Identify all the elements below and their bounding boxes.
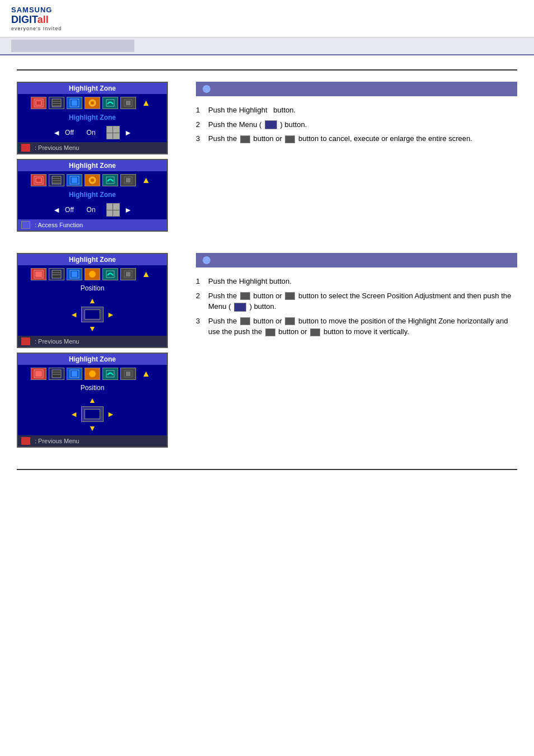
osd-pos1-icon-4 xyxy=(85,268,100,280)
section-1-left: Highlight Zone xyxy=(17,82,179,236)
osd1-icon-2 xyxy=(49,97,64,109)
osd-pos2-icon-5 xyxy=(102,368,118,380)
pos2-down-row: ▼ xyxy=(88,424,96,433)
svg-rect-47 xyxy=(106,370,114,377)
pos1-left-arrow: ◄ xyxy=(70,310,78,319)
osd-pos1-icon-2 xyxy=(49,268,64,280)
osd1-title: Highlight Zone xyxy=(18,83,167,94)
menu-icon-2 xyxy=(234,303,246,312)
pos2-down-arrow: ▼ xyxy=(88,424,96,433)
header: SAMSUNG DIGITall everyone's Invited xyxy=(0,0,534,37)
brand-all: all xyxy=(38,14,49,25)
pos1-up-row: ▲ xyxy=(88,296,96,305)
svg-point-10 xyxy=(91,101,94,105)
btn-icon-6 xyxy=(285,317,295,325)
osd1-icon-3 xyxy=(67,97,82,109)
osd1-right-arrow: ► xyxy=(124,128,132,137)
osd-pos1-sub: Position xyxy=(18,283,167,293)
btn-icon-1 xyxy=(240,135,250,143)
logo: SAMSUNG DIGITall everyone's Invited xyxy=(11,6,523,31)
osd-pos2-icon-3 xyxy=(67,368,82,380)
svg-rect-38 xyxy=(126,272,130,276)
svg-point-24 xyxy=(91,179,94,182)
osd-pos1-icon-6 xyxy=(120,268,136,280)
section-2: Highlight Zone xyxy=(17,253,517,452)
osd1-icon-7: ▲ xyxy=(138,97,154,109)
btn-icon-7 xyxy=(265,328,275,336)
osd2-bottom-icon xyxy=(21,221,30,229)
osd-pos1-icons: ▲ xyxy=(18,265,167,283)
osd-pos-menu-2: Highlight Zone xyxy=(17,353,168,448)
svg-rect-13 xyxy=(126,101,130,105)
pos2-center-box xyxy=(81,406,104,422)
section-1: Highlight Zone xyxy=(17,82,517,236)
footer xyxy=(17,469,517,480)
osd1-left-arrow: ◄ xyxy=(53,128,60,137)
osd-pos1-bottom-label: : Previous Menu xyxy=(35,338,79,345)
osd1-bottom-icon xyxy=(21,144,30,152)
svg-rect-8 xyxy=(72,100,77,106)
svg-rect-22 xyxy=(72,177,77,183)
pos1-down-arrow: ▼ xyxy=(88,324,96,333)
osd1-icon-4 xyxy=(85,97,100,109)
brand-tagline: everyone's Invited xyxy=(11,26,523,31)
osd-pos2-title: Highlight Zone xyxy=(18,354,167,365)
svg-rect-36 xyxy=(106,271,114,278)
osd2-icon-7: ▲ xyxy=(138,174,154,186)
svg-rect-27 xyxy=(126,178,130,182)
osd2-icons: ▲ xyxy=(18,171,167,189)
osd2-title: Highlight Zone xyxy=(18,160,167,171)
osd-pos1-area: ▲ ◄ ► ▼ xyxy=(18,293,167,336)
svg-rect-25 xyxy=(106,177,114,184)
osd2-on-label: On xyxy=(87,206,96,214)
osd-pos1-bottom: : Previous Menu xyxy=(18,336,167,347)
btn-icon-2 xyxy=(285,135,295,143)
step-dot-1 xyxy=(203,85,210,93)
osd-pos2-bottom-icon xyxy=(21,437,30,445)
osd1-icons: ▲ xyxy=(18,94,167,112)
osd-pos2-icon-1 xyxy=(31,368,46,380)
section-2-step-header xyxy=(196,253,517,267)
pos2-up-arrow: ▲ xyxy=(88,396,96,405)
osd2-grid xyxy=(106,203,120,217)
svg-point-46 xyxy=(89,370,96,377)
nav-bar xyxy=(0,37,534,55)
osd-pos-menu-1: Highlight Zone xyxy=(17,253,168,348)
brand-samsung: SAMSUNG xyxy=(11,6,52,14)
btn-icon-4 xyxy=(285,292,295,300)
osd2-icon-4 xyxy=(85,174,100,186)
osd2-left-arrow: ◄ xyxy=(53,205,60,214)
nav-bar-inner xyxy=(11,40,134,52)
osd-pos2-icon-6 xyxy=(120,368,136,380)
osd2-icon-5 xyxy=(102,174,118,186)
osd-pos1-icon-1 xyxy=(31,268,46,280)
osd2-bottom: : Access Function xyxy=(18,219,167,231)
osd-pos2-icon-4 xyxy=(85,368,100,380)
svg-rect-16 xyxy=(36,179,41,182)
osd2-off-label: Off xyxy=(65,206,74,214)
svg-rect-40 xyxy=(35,371,42,377)
osd1-icon-1 xyxy=(31,97,46,109)
osd-pos1-title: Highlight Zone xyxy=(18,254,167,265)
svg-rect-2 xyxy=(36,101,41,105)
osd1-bottom-label: : Previous Menu xyxy=(35,144,79,151)
osd1-controls: ◄ Off On ► xyxy=(18,123,167,142)
step-1-2: 2 Push the Menu ( ) button. xyxy=(196,119,517,130)
osd-pos1-icon-3 xyxy=(67,268,82,280)
svg-rect-41 xyxy=(52,370,61,378)
pos1-inner xyxy=(85,309,100,320)
osd-pos2-icon-7: ▲ xyxy=(138,368,154,380)
osd1-bottom: : Previous Menu xyxy=(18,142,167,153)
section-2-steps: 1 Push the Highlight button. 2 Push the … xyxy=(196,276,517,337)
osd2-bottom-label: : Access Function xyxy=(35,222,83,228)
section-1-step-header xyxy=(196,82,517,96)
osd-pos2-icons: ▲ xyxy=(18,365,167,383)
osd-pos2-area: ▲ ◄ ► ▼ xyxy=(18,393,167,435)
section-divider-top xyxy=(17,69,517,71)
step-dot-2 xyxy=(203,256,210,264)
pos1-center-box xyxy=(81,307,104,322)
osd-menu-1: Highlight Zone xyxy=(17,82,168,154)
btn-icon-8 xyxy=(310,328,320,336)
step-2-1: 1 Push the Highlight button. xyxy=(196,276,517,287)
section-2-left: Highlight Zone xyxy=(17,253,179,452)
